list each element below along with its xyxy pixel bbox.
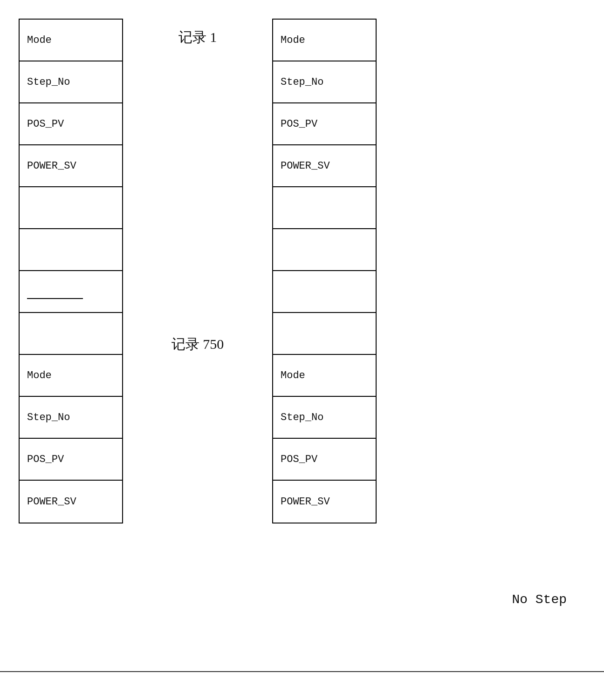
record750-label: 记录 750 (172, 335, 224, 522)
left-cell-pospv1: POS_PV (20, 103, 122, 145)
left-cell-pospv750: POS_PV (20, 439, 122, 481)
right-cell-stepno750: Step_No (273, 397, 376, 439)
right-cell-mode1: Mode (273, 20, 376, 61)
page-container: Mode Step_No POS_PV POWER_SV (0, 0, 604, 700)
left-powersv1-label: POWER_SV (27, 160, 76, 172)
left-stepno750-label: Step_No (27, 412, 70, 423)
right-pospv1-label: POS_PV (281, 118, 317, 130)
right-cell-empty2 (273, 229, 376, 271)
no-step-area: No Step (512, 592, 567, 607)
page-bottom-line (0, 671, 604, 672)
left-cell-stepno750: Step_No (20, 397, 122, 439)
record1-label: 记录 1 (178, 19, 217, 47)
right-cell-pospv750: POS_PV (273, 439, 376, 481)
right-cell-powersv750: POWER_SV (273, 481, 376, 523)
left-pospv750-label: POS_PV (27, 454, 64, 465)
right-mode750-label: Mode (281, 370, 305, 381)
right-cell-empty3 (273, 271, 376, 313)
left-data-column-top: Mode Step_No POS_PV POWER_SV (19, 19, 123, 523)
right-cell-pospv1: POS_PV (273, 103, 376, 145)
left-cell-stepno1: Step_No (20, 61, 122, 103)
right-mode1-label: Mode (281, 34, 305, 46)
right-powersv1-label: POWER_SV (281, 160, 330, 172)
right-data-column-top: Mode Step_No POS_PV POWER_SV (272, 19, 377, 523)
main-layout: Mode Step_No POS_PV POWER_SV (0, 9, 604, 533)
left-cell-powersv1: POWER_SV (20, 145, 122, 187)
right-column-group: Mode Step_No POS_PV POWER_SV (272, 19, 377, 523)
left-mode1-label: Mode (27, 34, 52, 46)
left-powersv750-label: POWER_SV (27, 496, 76, 508)
right-cell-stepno1: Step_No (273, 61, 376, 103)
middle-labels-area: 记录 1 记录 750 (123, 19, 272, 522)
left-cell-mode750: Mode (20, 355, 122, 397)
left-pospv1-label: POS_PV (27, 118, 64, 130)
right-cell-powersv1: POWER_SV (273, 145, 376, 187)
right-stepno750-label: Step_No (281, 412, 323, 423)
no-step-label: No Step (512, 592, 567, 607)
left-cell-empty3-line (20, 271, 122, 313)
left-column-group: Mode Step_No POS_PV POWER_SV (19, 19, 123, 523)
right-cell-mode750: Mode (273, 355, 376, 397)
left-cell-empty2 (20, 229, 122, 271)
right-cell-empty1 (273, 187, 376, 229)
right-cell-empty4 (273, 313, 376, 355)
left-cell-empty4 (20, 313, 122, 355)
left-cell-empty1 (20, 187, 122, 229)
right-powersv750-label: POWER_SV (281, 496, 330, 508)
right-pospv750-label: POS_PV (281, 454, 317, 465)
left-cell-powersv750: POWER_SV (20, 481, 122, 523)
left-cell-mode1: Mode (20, 20, 122, 61)
right-stepno1-label: Step_No (281, 76, 323, 88)
left-stepno1-label: Step_No (27, 76, 70, 88)
left-mode750-label: Mode (27, 370, 52, 381)
